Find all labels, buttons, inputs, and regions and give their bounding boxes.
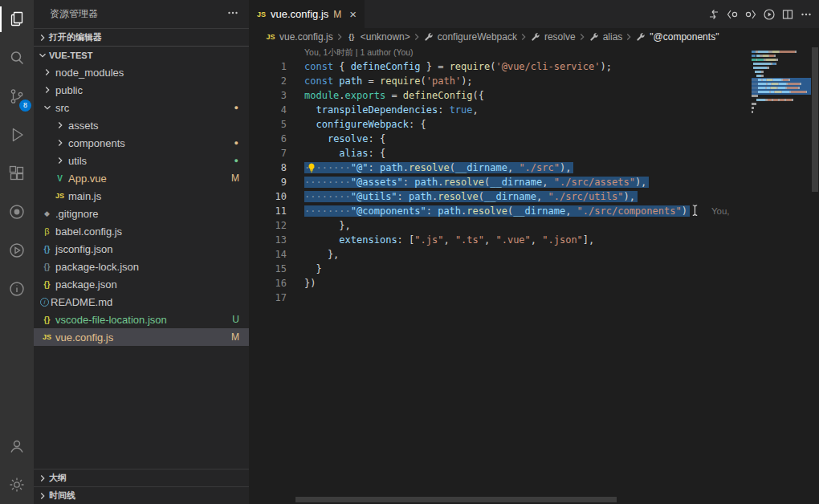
- json-file-icon: {}: [40, 260, 54, 274]
- code-line-10[interactable]: 10········"@utils": path.resolve(__dirna…: [249, 189, 819, 204]
- file-item-main.js[interactable]: JSmain.js: [34, 187, 249, 205]
- code-line-3[interactable]: 3module.exports = defineConfig({: [249, 88, 819, 103]
- timeline-section[interactable]: 时间线: [34, 486, 249, 504]
- code-line-4[interactable]: 4 transpileDependencies: true,: [249, 103, 819, 117]
- code-line-6[interactable]: 6 resolve: {: [249, 132, 819, 146]
- code-line-7[interactable]: 7 alias: {: [249, 146, 819, 161]
- code-line-17[interactable]: 17: [249, 291, 819, 305]
- chevron-right-icon: [53, 119, 67, 132]
- file-label: vscode-file-location.json: [55, 314, 167, 326]
- chevron-right-icon: [53, 154, 67, 168]
- file-item-package.json[interactable]: {}package.json: [34, 275, 249, 293]
- file-item-app.vue[interactable]: VApp.vueM: [34, 169, 249, 187]
- breadcrumb-label: <unknown>: [361, 31, 410, 43]
- line-number: 13: [249, 233, 287, 247]
- extension-c-icon[interactable]: [0, 270, 34, 308]
- minimap-line: [752, 67, 769, 69]
- sidebar-header: 资源管理器: [34, 0, 249, 28]
- file-label: babel.config.js: [55, 226, 122, 238]
- vertical-scrollbar[interactable]: [811, 46, 819, 504]
- js-icon: JS: [265, 31, 276, 43]
- more-actions-icon[interactable]: [798, 6, 814, 23]
- vertical-scrollbar-slider[interactable]: [812, 47, 818, 192]
- settings-icon[interactable]: [0, 465, 34, 504]
- file-item-utils[interactable]: utils●: [34, 152, 249, 169]
- horizontal-scrollbar-slider[interactable]: [295, 497, 617, 502]
- code-line-9[interactable]: 9········"@assets": path.resolve(__dirna…: [249, 175, 819, 189]
- explorer-icon[interactable]: [0, 0, 34, 39]
- breadcrumb-item-vue.config.js[interactable]: JSvue.config.js: [265, 31, 333, 43]
- text-cursor-ibeam-icon: [691, 204, 699, 217]
- run-file-icon[interactable]: [761, 6, 777, 23]
- activity-bar-top: 8: [0, 0, 34, 308]
- breadcrumb-item-alias[interactable]: alias: [589, 31, 623, 43]
- wrench-icon: [423, 31, 434, 43]
- file-item-public[interactable]: public: [34, 81, 249, 99]
- open-changes-icon[interactable]: [706, 6, 722, 23]
- line-text: ········"@assets": path.resolve(__dirnam…: [304, 177, 649, 188]
- code-line-2[interactable]: 2const path = require('path');: [249, 74, 819, 88]
- git-blame-codelens[interactable]: You, 1小时前 | 1 author (You): [249, 46, 819, 59]
- code-line-12[interactable]: 12 },: [249, 218, 819, 233]
- file-item-vscode-file-location.json[interactable]: {}vscode-file-location.jsonU: [34, 311, 249, 328]
- breadcrumb-item--components-[interactable]: "@components": [635, 31, 719, 43]
- file-item-babel.config.js[interactable]: βbabel.config.js: [34, 222, 249, 240]
- previous-change-icon[interactable]: [724, 6, 740, 23]
- code-editor[interactable]: 1const { defineConfig } = require('@vue/…: [249, 59, 819, 305]
- code-line-1[interactable]: 1const { defineConfig } = require('@vue/…: [249, 59, 819, 74]
- code-line-15[interactable]: 15 }: [249, 262, 819, 276]
- line-text: configureWebpack: {: [304, 119, 426, 130]
- git-status-badge: M: [231, 173, 239, 184]
- breadcrumb-item-resolve[interactable]: resolve: [530, 31, 576, 43]
- account-icon[interactable]: [0, 427, 34, 465]
- extension-a-icon[interactable]: [0, 193, 34, 231]
- code-line-13[interactable]: 13 extensions: [".js", ".ts", ".vue", ".…: [249, 233, 819, 247]
- chevron-right-icon: [40, 83, 54, 97]
- line-number: 15: [249, 262, 287, 276]
- tab-label: vue.config.js: [271, 8, 328, 20]
- code-line-14[interactable]: 14 },: [249, 247, 819, 262]
- breadcrumb-item--unknown-[interactable]: {}<unknown>: [346, 31, 410, 43]
- timeline-label: 时间线: [49, 490, 75, 502]
- file-item-node-modules[interactable]: node_modules: [34, 63, 249, 81]
- minimap[interactable]: [752, 46, 811, 504]
- code-line-16[interactable]: 16}): [249, 276, 819, 291]
- minimap-line: [752, 99, 793, 101]
- file-item-assets[interactable]: assets: [34, 116, 249, 134]
- code-line-11[interactable]: 11········"@components": path.resolve(__…: [249, 204, 819, 218]
- file-item-package-lock.json[interactable]: {}package-lock.json: [34, 258, 249, 275]
- editor-actions: [706, 0, 814, 28]
- line-text: transpileDependencies: true,: [304, 104, 479, 116]
- file-item-components[interactable]: components●: [34, 134, 249, 152]
- close-icon[interactable]: ×: [349, 8, 357, 20]
- breadcrumb-separator-icon: [623, 31, 634, 43]
- split-editor-icon[interactable]: [780, 6, 796, 23]
- code-line-8[interactable]: 8········"@": path.resolve(__dirname, ".…: [249, 161, 819, 175]
- tab-vue-config-js[interactable]: JS vue.config.js M ×: [249, 0, 365, 28]
- next-change-icon[interactable]: [743, 6, 759, 23]
- open-editors-section[interactable]: 打开的编辑器: [34, 28, 249, 46]
- lightbulb-icon[interactable]: [306, 162, 317, 173]
- json-file-icon: {}: [40, 242, 54, 256]
- more-actions-icon[interactable]: [226, 6, 239, 22]
- extensions-icon[interactable]: [0, 154, 34, 193]
- breadcrumb-label: resolve: [544, 31, 576, 43]
- file-item-vue.config.js[interactable]: JSvue.config.jsM: [34, 328, 249, 346]
- project-section-header[interactable]: VUE-TEST: [34, 46, 249, 63]
- file-item-.gitignore[interactable]: ◆.gitignore: [34, 205, 249, 222]
- wrench-icon: [589, 31, 600, 43]
- code-line-5[interactable]: 5 configureWebpack: {: [249, 117, 819, 132]
- source-control-badge: 8: [19, 100, 31, 112]
- outline-section[interactable]: 大纲: [34, 469, 249, 486]
- file-item-readme.md[interactable]: iREADME.md: [34, 293, 249, 311]
- source-control-icon[interactable]: 8: [0, 77, 34, 116]
- line-text: },: [304, 220, 351, 231]
- extension-b-icon[interactable]: [0, 231, 34, 270]
- search-icon[interactable]: [0, 39, 34, 77]
- breadcrumb-label: alias: [603, 31, 623, 43]
- breadcrumb-item-configurewebpack[interactable]: configureWebpack: [423, 31, 517, 43]
- minimap-line: [752, 75, 764, 77]
- run-debug-icon[interactable]: [0, 116, 34, 154]
- file-item-src[interactable]: src●: [34, 99, 249, 116]
- file-item-jsconfig.json[interactable]: {}jsconfig.json: [34, 240, 249, 258]
